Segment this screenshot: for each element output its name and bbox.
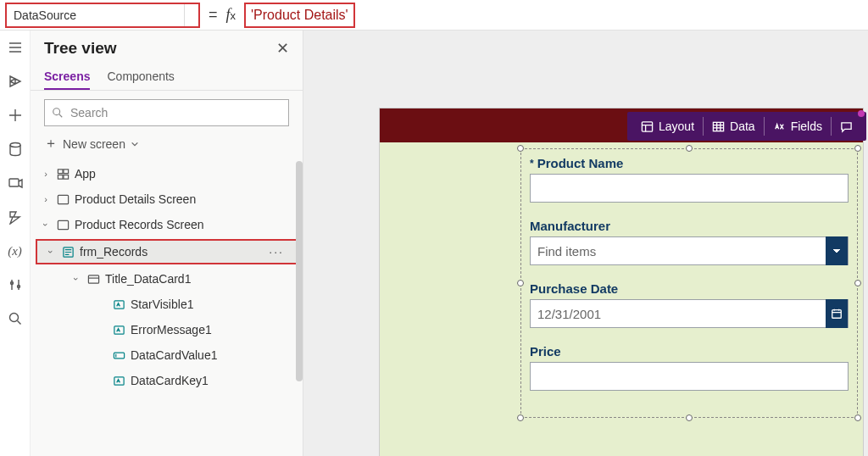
- formula-input[interactable]: 'Product Details': [244, 3, 355, 28]
- scrollbar[interactable]: [296, 161, 303, 381]
- manufacturer-combobox[interactable]: Find items: [530, 236, 849, 265]
- property-dropdown[interactable]: DataSource: [5, 3, 200, 28]
- product-name-label: * Product Name: [530, 156, 849, 170]
- data-grid-icon: [712, 120, 725, 133]
- tab-components[interactable]: Components: [107, 64, 174, 90]
- textinput-icon: [112, 348, 125, 362]
- new-screen-button[interactable]: ＋ New screen: [31, 131, 303, 161]
- svg-rect-11: [58, 220, 68, 229]
- svg-point-5: [53, 108, 60, 115]
- insert-icon[interactable]: [7, 107, 24, 124]
- svg-rect-19: [713, 122, 723, 131]
- toolbar-fields-label: Fields: [791, 120, 822, 133]
- caret-right-icon: ›: [41, 194, 51, 204]
- tab-screens[interactable]: Screens: [44, 64, 90, 90]
- caret-down-icon: ›: [41, 220, 51, 230]
- search-input[interactable]: Search: [44, 99, 289, 126]
- field-manufacturer: Manufacturer Find items: [530, 219, 849, 265]
- label-icon: [112, 298, 125, 311]
- close-icon[interactable]: ✕: [276, 39, 289, 58]
- tree-view-title: Tree view: [44, 39, 117, 58]
- svg-rect-8: [58, 175, 63, 179]
- form-selection[interactable]: * Product Name Manufacturer Find items P…: [520, 148, 858, 418]
- toolbar-layout-button[interactable]: Layout: [632, 112, 703, 141]
- more-options-icon[interactable]: ···: [269, 245, 284, 259]
- tree-item-label: ErrorMessage1: [131, 323, 212, 336]
- canvas[interactable]: Layout Data Fields: [303, 31, 868, 456]
- tree-item-frm-records[interactable]: › frm_Records ···: [36, 239, 298, 264]
- caret-right-icon: ›: [41, 169, 51, 179]
- fields-icon: [773, 120, 786, 133]
- search-placeholder: Search: [70, 106, 108, 120]
- svg-rect-13: [88, 275, 98, 282]
- tree-item-datacardvalue[interactable]: DataCardValue1: [31, 342, 303, 368]
- tree-item-errormessage[interactable]: ErrorMessage1: [31, 317, 303, 342]
- field-purchase-date: Purchase Date 12/31/2001: [530, 281, 849, 328]
- tree-item-label: frm_Records: [80, 245, 147, 259]
- card-icon: [86, 272, 100, 286]
- product-name-input[interactable]: [530, 174, 849, 203]
- tree-item-label: Title_DataCard1: [105, 272, 191, 286]
- app-screen[interactable]: Layout Data Fields: [380, 108, 863, 456]
- tree-item-title-datacard[interactable]: › Title_DataCard1: [31, 266, 303, 292]
- search-rail-icon[interactable]: [7, 310, 24, 327]
- tree-body: › App › Product Details Screen › Product…: [31, 161, 303, 456]
- required-star-icon: *: [530, 158, 534, 170]
- toolbar-fields-button[interactable]: Fields: [765, 112, 831, 141]
- variables-icon[interactable]: (x): [7, 242, 24, 259]
- toolbar-ideas-button[interactable]: [832, 112, 861, 141]
- tree-item-datacardkey[interactable]: DataCardKey1: [31, 368, 303, 393]
- tree-item-label: Product Details Screen: [75, 192, 196, 206]
- tree-item-product-records-screen[interactable]: › Product Records Screen: [31, 212, 303, 237]
- caret-down-icon: ›: [71, 274, 81, 284]
- chevron-down-icon[interactable]: [826, 236, 848, 265]
- tree-item-label: DataCardKey1: [131, 374, 209, 387]
- chat-icon: [840, 120, 853, 133]
- tree-item-product-details-screen[interactable]: › Product Details Screen: [31, 186, 303, 212]
- plus-icon: ＋: [44, 135, 58, 153]
- manufacturer-label: Manufacturer: [530, 219, 849, 233]
- new-screen-label: New screen: [63, 137, 125, 151]
- svg-rect-18: [642, 121, 652, 131]
- caret-down-icon: ›: [46, 247, 56, 257]
- svg-rect-1: [9, 179, 19, 186]
- form-icon: [61, 245, 75, 259]
- screen-icon: [56, 192, 70, 206]
- tree-item-starvisible[interactable]: StarVisible1: [31, 292, 303, 317]
- notification-dot-icon: [858, 110, 865, 117]
- svg-rect-7: [63, 169, 68, 173]
- svg-rect-9: [63, 175, 68, 179]
- media-icon[interactable]: [7, 175, 24, 192]
- field-product-name: * Product Name: [530, 156, 849, 203]
- tree-item-label: App: [75, 167, 96, 181]
- price-label: Price: [530, 344, 849, 359]
- left-nav-rail: (x): [0, 31, 31, 456]
- label-icon: [112, 323, 125, 336]
- data-icon[interactable]: [7, 141, 24, 158]
- chevron-down-icon: [131, 140, 139, 148]
- svg-rect-6: [58, 169, 63, 173]
- toolbar-layout-label: Layout: [659, 120, 694, 133]
- toolbar-data-label: Data: [730, 120, 755, 133]
- tree-view-panel: Tree view ✕ Screens Components Search ＋ …: [31, 31, 303, 456]
- purchase-date-picker[interactable]: 12/31/2001: [530, 299, 849, 328]
- calendar-icon[interactable]: [826, 299, 848, 328]
- tree-item-app[interactable]: › App: [31, 161, 303, 186]
- price-input[interactable]: [530, 362, 849, 391]
- toolbar-data-button[interactable]: Data: [704, 112, 764, 141]
- svg-rect-20: [832, 310, 842, 319]
- power-automate-icon[interactable]: [7, 209, 24, 225]
- svg-point-0: [10, 143, 20, 147]
- hamburger-icon[interactable]: [7, 39, 24, 56]
- purchase-date-value: 12/31/2001: [537, 307, 601, 321]
- layout-icon: [641, 120, 654, 133]
- fx-icon[interactable]: fx: [226, 6, 236, 24]
- form-context-toolbar: Layout Data Fields: [627, 112, 866, 141]
- tree-item-label: Product Records Screen: [75, 218, 204, 231]
- advanced-tools-icon[interactable]: [7, 276, 24, 293]
- tree-view-icon[interactable]: [7, 73, 24, 90]
- label-icon: [112, 374, 125, 387]
- equals-label: =: [209, 6, 218, 24]
- screen-header: Layout Data Fields: [380, 108, 863, 142]
- purchase-date-label: Purchase Date: [530, 281, 849, 296]
